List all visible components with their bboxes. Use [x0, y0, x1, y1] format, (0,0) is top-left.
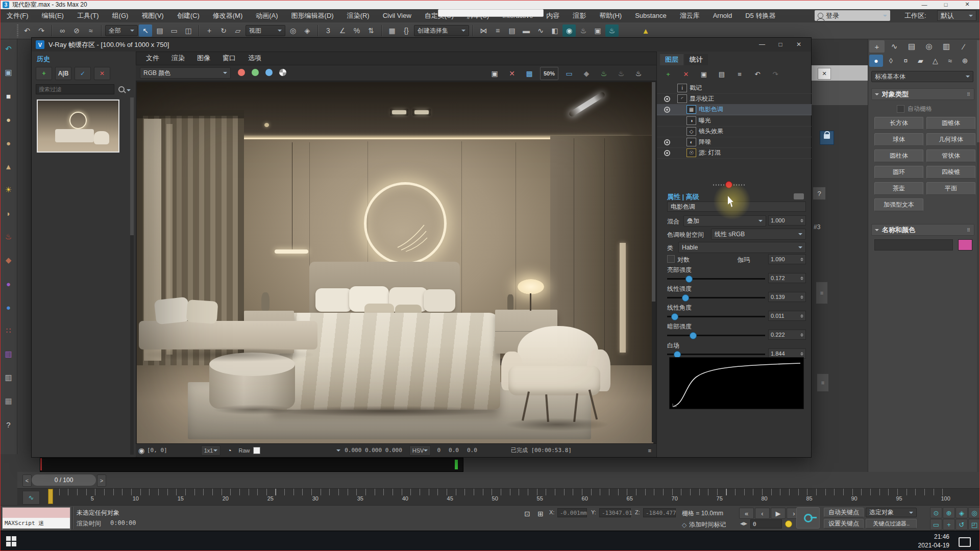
history-accept-icon[interactable]: ✓: [75, 67, 91, 80]
nav-back-icon[interactable]: ↶: [2, 42, 15, 56]
ball-icon[interactable]: ●: [2, 136, 15, 149]
zoom-icon[interactable]: ⊙: [930, 507, 942, 518]
set-key-button[interactable]: 设置关键点: [824, 519, 864, 529]
history-thumbnail[interactable]: [37, 99, 119, 153]
alpha-channel-icon[interactable]: [279, 69, 286, 76]
absolute-mode-icon[interactable]: ⊞: [534, 508, 547, 520]
select-move-icon[interactable]: +: [203, 24, 216, 37]
layer-row-source-lightmix[interactable]: ☉ 源: 灯混: [657, 147, 812, 159]
menu-item-5[interactable]: 创建(C): [170, 9, 206, 22]
create-tab-icon[interactable]: +: [869, 40, 885, 53]
layer-list-icon[interactable]: ≡: [733, 68, 746, 80]
menu-item-2[interactable]: 工具(T): [70, 9, 106, 22]
spinner-snap-icon[interactable]: ⇅: [364, 24, 378, 37]
region-render-icon[interactable]: ▩: [523, 67, 536, 80]
channel-dropdown[interactable]: RGB 颜色: [140, 67, 231, 79]
key-mode-icon[interactable]: [785, 520, 792, 528]
start-button[interactable]: [6, 536, 16, 546]
blue-channel-icon[interactable]: [265, 69, 273, 76]
material-editor-icon[interactable]: ◉: [562, 24, 576, 37]
background-close-icon[interactable]: ✕: [818, 68, 831, 80]
pot-icon[interactable]: ◗: [2, 207, 15, 220]
select-object-icon[interactable]: ↖: [139, 24, 152, 37]
menu-item-18[interactable]: 溜云库: [673, 9, 706, 22]
white-box-icon[interactable]: ■: [2, 89, 15, 103]
teapot-icon[interactable]: ♨: [2, 230, 15, 243]
maxscript-pink-row[interactable]: [3, 508, 70, 518]
pan-icon[interactable]: +: [943, 519, 955, 530]
frame-spinner-arrows[interactable]: ◀▶: [740, 521, 747, 526]
save-image-icon[interactable]: ▣: [488, 67, 501, 80]
modify-tab-icon[interactable]: ∿: [887, 40, 902, 53]
z-coordinate-field[interactable]: -1840.477: [643, 508, 676, 517]
chevron-down-icon[interactable]: [127, 89, 131, 93]
ribbon-toggle-icon[interactable]: ▬: [520, 24, 533, 37]
primitive-button-2[interactable]: 球体: [874, 133, 923, 146]
highlight-strength-slider[interactable]: [667, 278, 765, 280]
menu-item-17[interactable]: Substance: [628, 9, 673, 22]
use-pivot-center-icon[interactable]: ◎: [286, 24, 300, 37]
named-selection-dropdown[interactable]: 创建选择集: [414, 25, 469, 36]
layer-load-icon[interactable]: ▤: [716, 68, 728, 80]
render-production-icon[interactable]: ♨: [605, 24, 619, 37]
mirror-icon[interactable]: ⋈: [477, 24, 490, 37]
percent-snap-icon[interactable]: %: [350, 24, 363, 37]
zoom-extents-icon[interactable]: ◈: [955, 507, 968, 518]
snaps-toggle-icon[interactable]: 3: [322, 24, 335, 37]
select-rotate-icon[interactable]: ↻: [217, 24, 230, 37]
layer-delete-icon[interactable]: ✕: [680, 68, 692, 80]
menu-item-15[interactable]: 渲影: [566, 9, 593, 22]
motion-tab-icon[interactable]: ◎: [921, 40, 937, 53]
primitive-button-8[interactable]: 茶壶: [874, 182, 923, 195]
object-color-swatch[interactable]: [958, 239, 972, 251]
spinner-fragment[interactable]: ≡: [817, 373, 829, 392]
timeline-ruler[interactable]: [50, 489, 951, 495]
layer-undo-icon[interactable]: ↶: [751, 68, 764, 80]
vfb-menu-2[interactable]: 图像: [191, 54, 216, 63]
autogrid-checkbox[interactable]: [897, 105, 904, 113]
primitive-button-9[interactable]: 平面: [926, 182, 975, 195]
track-bar[interactable]: [40, 458, 463, 472]
rollout-object-type[interactable]: 对象类型 ⠿: [871, 88, 974, 100]
axe-icon[interactable]: ◆: [2, 254, 15, 267]
render-history-icon[interactable]: ♨: [615, 67, 628, 80]
minimize-icon[interactable]: —: [914, 0, 935, 9]
menu-item-8[interactable]: 图形编辑器(D): [285, 9, 340, 22]
menu-item-1[interactable]: 编辑(E): [35, 9, 70, 22]
clear-image-icon[interactable]: ✕: [505, 67, 519, 80]
layer-manager-icon[interactable]: ▤: [505, 24, 519, 37]
help-icon[interactable]: ?: [2, 418, 15, 431]
selection-filter-dropdown[interactable]: 全部: [105, 25, 138, 36]
dark-window-icon[interactable]: ▥: [2, 371, 15, 384]
select-by-name-icon[interactable]: ▤: [153, 24, 166, 37]
toolbar-grip[interactable]: [17, 24, 18, 37]
shadow-strength-value[interactable]: 0.222: [768, 330, 806, 340]
sphere-icon[interactable]: ●: [2, 113, 15, 126]
reference-coordinate-dropdown[interactable]: 视图: [246, 25, 285, 36]
maxscript-mini-listener[interactable]: MAXScript 迷: [2, 507, 70, 530]
blend-amount-field[interactable]: 1.000: [768, 215, 806, 226]
curve-editor-icon[interactable]: ∿: [534, 24, 547, 37]
cameras-icon[interactable]: ▰: [914, 55, 927, 67]
menu-item-20[interactable]: D5 转换器: [739, 9, 782, 22]
highlight-strength-value[interactable]: 0.172: [768, 273, 806, 283]
helpers-icon[interactable]: △: [928, 55, 942, 67]
menu-item-10[interactable]: Civil View: [376, 9, 418, 22]
burger-menu-icon[interactable]: ≡: [648, 447, 651, 454]
select-link-icon[interactable]: ∞: [56, 24, 69, 37]
orbit-icon[interactable]: ↺: [955, 519, 968, 530]
selection-lock-icon[interactable]: ⊡: [521, 508, 534, 520]
timeline-playhead[interactable]: [48, 489, 53, 504]
mini-curve-editor-icon[interactable]: ∿: [22, 491, 40, 505]
cone-icon[interactable]: ▲: [2, 160, 15, 173]
sun-icon[interactable]: ☀: [2, 183, 15, 196]
warning-icon[interactable]: ▲: [639, 24, 652, 37]
bind-spacewarp-icon[interactable]: ≈: [84, 24, 97, 37]
maximize-viewport-icon[interactable]: ◰: [968, 519, 980, 530]
zoom-region-icon[interactable]: ▭: [930, 519, 942, 530]
linear-strength-slider[interactable]: [667, 297, 765, 298]
history-compare-icon[interactable]: A|B: [55, 67, 71, 80]
type-dropdown[interactable]: Hable: [678, 242, 806, 253]
frame-number-field[interactable]: 0: [750, 519, 782, 529]
zoom-50-button[interactable]: 50%: [540, 67, 558, 80]
